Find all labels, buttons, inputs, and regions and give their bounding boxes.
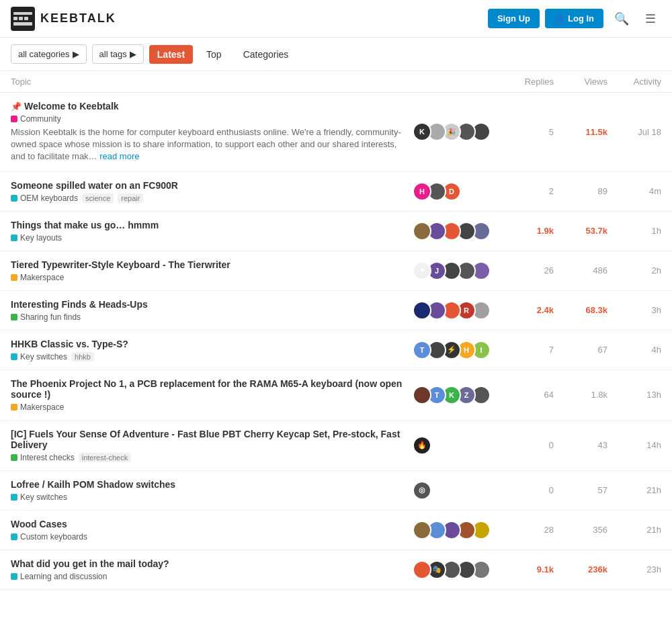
views-count: 68.3k: [554, 305, 607, 315]
activity-time: 14h: [607, 440, 661, 450]
avatars-cell: TKZ: [413, 386, 500, 404]
topic-title[interactable]: [IC] Fuels Your Sense Of Adventure - Fas…: [11, 429, 400, 450]
avatar: [413, 521, 431, 540]
signup-button[interactable]: Sign Up: [488, 9, 540, 28]
avatar: H: [413, 182, 431, 201]
user-icon: 👤: [554, 13, 565, 24]
topic-cell: HHKB Classic vs. Type-S? Key switches hh…: [11, 339, 413, 361]
replies-count: 28: [500, 525, 554, 535]
topic-title[interactable]: Interesting Finds & Heads-Ups: [11, 299, 148, 310]
topic-title[interactable]: Tiered Typewriter-Style Keyboard - The T…: [11, 259, 230, 270]
page-bottom: [0, 590, 672, 617]
topic-excerpt: Mission Keebtalk is the home for compute…: [11, 126, 413, 163]
category-dot: [11, 314, 17, 320]
category-dot: [11, 274, 17, 281]
views-count: 1.8k: [554, 390, 607, 400]
table-row: What did you get in the mail today? Lear…: [0, 550, 672, 590]
topic-title[interactable]: The Phoenix Project No 1, a PCB replacem…: [11, 378, 402, 400]
category-tag: Key layouts: [11, 233, 62, 243]
header-actions: Sign Up 👤 Log In 🔍 ☰: [488, 9, 661, 29]
category-dot: [11, 494, 17, 501]
avatars-cell: ✦J: [413, 261, 500, 280]
category-name: Custom keyboards: [20, 532, 87, 542]
pinned-icon: 📌: [11, 101, 22, 112]
tags-filter[interactable]: all tags ▶: [92, 44, 144, 64]
avatar: K: [413, 122, 431, 141]
tab-categories[interactable]: Categories: [235, 45, 297, 64]
topic-cell: Interesting Finds & Heads-Ups Sharing fu…: [11, 299, 413, 322]
category-tag: Key switches: [11, 493, 67, 502]
views-count: 67: [554, 345, 607, 355]
category-dot: [11, 234, 17, 241]
avatars-cell: R: [413, 301, 500, 320]
topic-title[interactable]: Things that make us go… hmmm: [11, 220, 159, 230]
col-topic-header: Topic: [11, 77, 413, 87]
avatar: ✦: [413, 261, 431, 280]
topic-title[interactable]: Wood Cases: [11, 519, 67, 529]
table-row: Tiered Typewriter-Style Keyboard - The T…: [0, 251, 672, 291]
replies-count: 0: [500, 485, 554, 495]
topic-cell: [IC] Fuels Your Sense Of Adventure - Fas…: [11, 429, 413, 462]
read-more-link[interactable]: read more: [99, 151, 139, 161]
table-row: Wood Cases Custom keyboards 2835621h: [0, 511, 672, 550]
topic-cell: Lofree / Kailh POM Shadow switches Key s…: [11, 479, 413, 502]
tab-top[interactable]: Top: [198, 45, 230, 64]
replies-count: 0: [500, 440, 554, 450]
tag-pill: repair: [118, 194, 143, 203]
topic-meta: Makerspace: [11, 273, 413, 282]
views-count: 53.7k: [554, 226, 607, 236]
activity-time: 4m: [607, 186, 661, 196]
table-row: Lofree / Kailh POM Shadow switches Key s…: [0, 471, 672, 511]
logo-icon: [11, 7, 35, 31]
topic-cell: 📌Welcome to Keebtalk Community Mission K…: [11, 101, 413, 163]
activity-time: 21h: [607, 525, 661, 535]
table-row: 📌Welcome to Keebtalk Community Mission K…: [0, 93, 672, 172]
replies-count: 9.1k: [500, 564, 554, 574]
activity-time: 13h: [607, 390, 661, 400]
svg-rect-3: [19, 17, 23, 20]
category-tag: OEM keyboards: [11, 194, 78, 203]
topic-title[interactable]: What did you get in the mail today?: [11, 558, 169, 569]
views-count: 356: [554, 525, 607, 535]
replies-count: 64: [500, 390, 554, 400]
category-dot: [11, 195, 17, 202]
category-name: Community: [20, 114, 61, 124]
category-dot: [11, 353, 17, 360]
category-tag: Community: [11, 114, 61, 124]
avatars-cell: T⚡HI: [413, 341, 500, 359]
activity-time: 23h: [607, 564, 661, 574]
replies-count: 1.9k: [500, 226, 554, 236]
views-count: 43: [554, 440, 607, 450]
table-row: Things that make us go… hmmm Key layouts…: [0, 212, 672, 251]
views-count: 11.5k: [554, 127, 607, 137]
replies-count: 5: [500, 127, 554, 137]
topic-cell: Things that make us go… hmmm Key layouts: [11, 220, 413, 243]
category-dot: [11, 454, 17, 461]
replies-count: 2.4k: [500, 305, 554, 315]
categories-filter[interactable]: all categories ▶: [11, 44, 87, 64]
topic-meta: Learning and discussion: [11, 572, 413, 581]
menu-button[interactable]: ☰: [640, 9, 661, 29]
tab-latest[interactable]: Latest: [149, 45, 193, 64]
col-activity-header: Activity: [607, 77, 661, 87]
search-button[interactable]: 🔍: [609, 9, 634, 29]
topic-meta: Key layouts: [11, 233, 413, 243]
replies-count: 7: [500, 345, 554, 355]
avatars-cell: 🎭: [413, 560, 500, 579]
col-avatars-header: [413, 77, 500, 87]
topic-meta: Interest checks interest-check: [11, 453, 413, 462]
topic-title[interactable]: Lofree / Kailh POM Shadow switches: [11, 479, 175, 490]
topic-cell: Wood Cases Custom keyboards: [11, 519, 413, 542]
col-replies-header: Replies: [500, 77, 554, 87]
topic-cell: Someone spilled water on an FC900R OEM k…: [11, 180, 413, 203]
topic-title[interactable]: Welcome to Keebtalk: [24, 101, 119, 112]
activity-time: 4h: [607, 345, 661, 355]
topic-title[interactable]: Someone spilled water on an FC900R: [11, 180, 178, 191]
tag-pill: interest-check: [79, 453, 131, 462]
login-button[interactable]: 👤 Log In: [545, 9, 603, 28]
topic-title[interactable]: HHKB Classic vs. Type-S?: [11, 339, 128, 349]
category-tag: Makerspace: [11, 273, 64, 282]
activity-time: Jul 18: [607, 127, 661, 137]
table-row: Interesting Finds & Heads-Ups Sharing fu…: [0, 291, 672, 331]
avatar: [413, 560, 431, 579]
